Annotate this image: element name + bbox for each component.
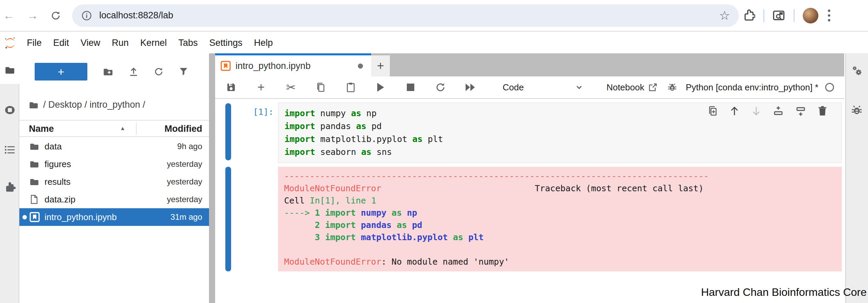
property-inspector-tab-icon[interactable]: [851, 65, 863, 78]
menu-file[interactable]: File: [21, 38, 48, 48]
file-row[interactable]: intro_python.ipynb31m ago: [19, 208, 209, 226]
menu-view[interactable]: View: [75, 38, 106, 48]
menu-settings[interactable]: Settings: [204, 38, 248, 48]
running-kernels-tab-icon[interactable]: [4, 105, 16, 115]
debugger-icon[interactable]: [667, 83, 677, 92]
refresh-icon[interactable]: [154, 67, 163, 76]
unsaved-changes-icon[interactable]: [358, 64, 363, 69]
cell-type-value: Code: [503, 82, 524, 93]
restart-run-all-icon[interactable]: [461, 80, 480, 95]
browser-reload-icon[interactable]: [47, 7, 65, 24]
jupyter-logo-icon: [4, 36, 16, 49]
left-activity-bar: [0, 53, 19, 303]
file-modified: yesterday: [167, 177, 202, 186]
column-modified[interactable]: Modified: [164, 124, 202, 134]
new-folder-icon[interactable]: [103, 67, 113, 76]
tab-title: intro_python.ipynb: [236, 61, 311, 71]
folder-icon: [30, 142, 40, 150]
file-row[interactable]: data.zipyesterday: [19, 191, 209, 208]
new-launcher-button[interactable]: +: [35, 63, 87, 81]
side-panel-search-icon[interactable]: [772, 10, 785, 21]
save-icon[interactable]: [221, 80, 241, 95]
duplicate-cell-icon[interactable]: [708, 106, 718, 117]
extension-manager-tab-icon[interactable]: [4, 182, 16, 193]
file-name: data.zip: [45, 194, 167, 205]
browser-menu-icon[interactable]: [822, 10, 836, 21]
notebook-tab-icon: [221, 61, 231, 71]
interrupt-kernel-icon[interactable]: [401, 80, 420, 95]
file-name: data: [45, 141, 177, 152]
column-name[interactable]: Name: [29, 124, 54, 134]
output-collapser[interactable]: [225, 167, 231, 271]
notebook-mode-label: Notebook: [606, 82, 644, 93]
chevron-down-icon: [575, 83, 584, 92]
insert-cell-above-icon[interactable]: [773, 106, 784, 117]
new-tab-button[interactable]: +: [371, 55, 390, 76]
kernel-name[interactable]: Python [conda env:intro_python] *: [686, 82, 818, 93]
url-text[interactable]: localhost:8828/lab: [99, 10, 719, 21]
file-browser-tab-icon[interactable]: [4, 66, 16, 74]
browser-back-icon[interactable]: ←: [0, 7, 18, 24]
file-modified: 9h ago: [177, 142, 202, 151]
cut-cells-icon[interactable]: ✂: [281, 80, 301, 95]
kernel-status-icon[interactable]: [825, 83, 834, 92]
notebook-icon: [30, 212, 40, 222]
paste-cells-icon[interactable]: [341, 80, 361, 95]
execution-count: [1]:: [233, 107, 274, 117]
tab-intro-python[interactable]: intro_python.ipynb: [215, 53, 371, 76]
panel-resize-handle[interactable]: [209, 53, 215, 303]
toolbar-divider: [794, 9, 795, 22]
move-cell-down-icon[interactable]: [751, 106, 761, 117]
move-cell-up-icon[interactable]: [729, 106, 740, 117]
folder-icon: [30, 178, 40, 186]
debugger-tab-icon[interactable]: [851, 104, 863, 116]
cell-type-select[interactable]: Code: [503, 82, 584, 93]
input-collapser[interactable]: [225, 103, 231, 160]
menu-help[interactable]: Help: [248, 38, 279, 48]
browser-toolbar: ← → localhost:8828/lab ☆: [0, 0, 868, 32]
watermark-text: Harvard Chan Bioinformatics Core: [701, 286, 867, 299]
menu-tabs[interactable]: Tabs: [173, 38, 204, 48]
menu-edit[interactable]: Edit: [48, 38, 75, 48]
browser-forward-icon[interactable]: →: [24, 7, 41, 24]
error-output: ----------------------------------------…: [278, 167, 842, 271]
run-cell-icon[interactable]: [371, 80, 390, 95]
address-bar[interactable]: localhost:8828/lab ☆: [72, 4, 739, 27]
upload-icon[interactable]: [129, 67, 138, 76]
notebook-toolbar: + ✂ Code N: [215, 76, 844, 99]
file-modified: yesterday: [167, 195, 202, 204]
sort-ascending-icon[interactable]: ▲: [120, 125, 125, 131]
activity-bar-background: [0, 84, 19, 303]
bookmark-star-icon[interactable]: ☆: [719, 8, 730, 23]
jupyter-menu-bar: File Edit View Run Kernel Tabs Settings …: [0, 32, 868, 53]
profile-avatar[interactable]: [803, 8, 818, 23]
insert-cell-below-icon[interactable]: [795, 106, 806, 117]
file-list-header: Name ▲ Modified: [19, 120, 209, 137]
copy-cells-icon[interactable]: [311, 80, 331, 95]
file-row[interactable]: resultsyesterday: [19, 173, 209, 191]
restart-kernel-icon[interactable]: [431, 80, 450, 95]
file-name: results: [45, 177, 167, 187]
file-modified: 31m ago: [171, 212, 202, 222]
column-divider: [136, 123, 137, 135]
breadcrumb-path[interactable]: / Desktop / intro_python /: [43, 100, 145, 110]
file-name: intro_python.ipynb: [45, 212, 171, 222]
file-browser-toolbar: +: [19, 62, 209, 81]
file-browser-panel: + / Desktop / intro_python / Name ▲ Modi…: [19, 53, 209, 303]
kernel-running-dot: [22, 215, 27, 219]
file-row[interactable]: data9h ago: [19, 138, 209, 155]
file-name: figures: [45, 159, 167, 170]
home-folder-icon[interactable]: [29, 101, 38, 109]
delete-cell-icon[interactable]: [818, 106, 827, 117]
breadcrumb[interactable]: / Desktop / intro_python /: [29, 100, 145, 110]
file-row[interactable]: figuresyesterday: [19, 155, 209, 173]
extensions-icon[interactable]: [743, 10, 755, 22]
table-of-contents-tab-icon[interactable]: [4, 145, 16, 155]
external-link-icon[interactable]: [648, 83, 657, 92]
site-info-icon[interactable]: [81, 10, 92, 21]
menu-kernel[interactable]: Kernel: [135, 38, 173, 48]
dock-tab-bar: intro_python.ipynb +: [215, 53, 844, 76]
menu-run[interactable]: Run: [106, 38, 135, 48]
filter-icon[interactable]: [179, 67, 188, 76]
add-cell-icon[interactable]: +: [251, 80, 271, 95]
